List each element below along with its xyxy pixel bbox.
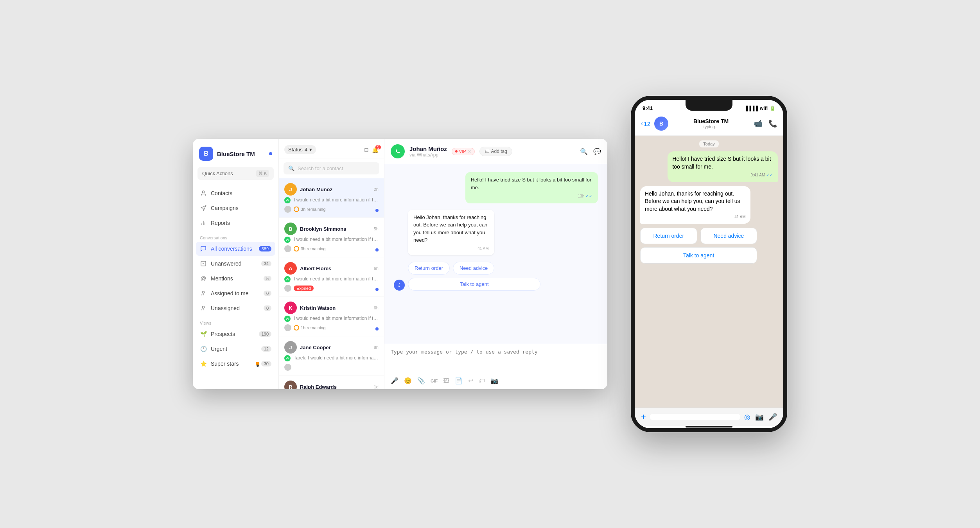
vip-close-icon[interactable]: ✕ [468, 149, 471, 154]
quick-reply-return-order[interactable]: Return order [408, 262, 450, 275]
search-bar[interactable]: 🔍 Search for a contact [284, 162, 379, 174]
conv-name-1: Brooklyn Simmons [300, 226, 346, 232]
conv-avatar-4: J [284, 341, 297, 354]
status-filter[interactable]: Status 4 ▾ [284, 145, 316, 154]
sidebar-item-campaigns[interactable]: Campaigns [196, 201, 275, 215]
iphone-plus-button[interactable]: + [641, 412, 646, 422]
sidebar-item-reports[interactable]: Reports [196, 216, 275, 230]
sidebar-item-urgent[interactable]: 🕐 Urgent 12 [196, 342, 275, 356]
message-container-0: Hello! I have tried size S but it looks … [394, 172, 598, 203]
battery-icon: 🔋 [770, 106, 775, 111]
iphone-typing-status: typing... [704, 124, 719, 129]
sidebar-item-unassigned[interactable]: Unassigned 0 [196, 301, 275, 315]
quick-reply-talk-to-agent[interactable]: Talk to agent [408, 278, 540, 291]
iphone-contact-info: BlueStore TM typing... [672, 118, 750, 129]
back-count: 12 [644, 120, 650, 127]
emoji-icon[interactable]: 😊 [404, 377, 412, 384]
iphone-double-check: ✓✓ [766, 172, 773, 177]
new-conversation-icon[interactable]: 💬 [593, 148, 601, 155]
conv-preview-text-1: I would need a bit more information if t… [294, 237, 379, 242]
conv-item-0[interactable]: J Johan Muñoz 2h W I would need a bit mo… [279, 178, 384, 218]
conv-avatar-2: A [284, 262, 297, 275]
prospects-badge: 190 [259, 331, 271, 337]
add-tag-button[interactable]: 🏷 Add tag [479, 147, 512, 156]
iphone-camera-icon[interactable]: 📷 [755, 413, 764, 421]
file-icon[interactable]: 📄 [455, 377, 463, 384]
unassigned-label: Unassigned [211, 305, 240, 311]
iphone-contact-avatar: B [654, 117, 668, 131]
sidebar-nav: Contacts Campaigns Reports Conversations [193, 185, 278, 373]
chat-contact-name: Johan Muñoz [409, 145, 447, 152]
all-conversations-icon [200, 245, 207, 252]
sidebar: B BlueStore TM Quick Actions ⌘ K Contact… [193, 139, 279, 389]
sidebar-item-assigned[interactable]: Assigned to me 0 [196, 286, 275, 300]
conv-item-2[interactable]: A Albert Flores 6h W I would need a bit … [279, 257, 384, 297]
app-name: BlueStore TM [217, 151, 255, 157]
sidebar-item-prospects[interactable]: 🌱 Prospects 190 [196, 327, 275, 341]
image-icon[interactable]: 🖼 [443, 377, 449, 384]
conv-name-4: Jane Cooper [300, 345, 331, 350]
iphone-message-text-1: Hello Johan, thanks for reaching out. Be… [645, 190, 740, 212]
phone-call-icon[interactable]: 📞 [768, 119, 777, 128]
chat-header: Johan Muñoz via WhatsApp VIP ✕ 🏷 Add tag… [384, 139, 607, 164]
iphone-input-icons: ◎ 📷 🎤 [744, 413, 777, 421]
chat-action-icons: 🔍 💬 [580, 148, 601, 155]
chevron-down-icon: ▾ [309, 147, 312, 153]
iphone-microphone-icon[interactable]: 🎤 [768, 413, 777, 421]
filter-icon[interactable]: ⊟ [364, 147, 369, 153]
iphone-sticker-icon[interactable]: ◎ [744, 413, 750, 421]
sidebar-item-contacts[interactable]: Contacts [196, 186, 275, 200]
app-logo: B [199, 147, 213, 161]
conv-name-2: Albert Flores [300, 266, 331, 271]
iphone-input-field[interactable] [650, 414, 740, 420]
expired-badge: Expired [294, 286, 314, 291]
conv-meta-4 [284, 364, 379, 371]
reply-icon[interactable]: ↩ [468, 377, 473, 384]
svg-point-0 [202, 191, 204, 193]
desktop-app-window: B BlueStore TM Quick Actions ⌘ K Contact… [193, 139, 607, 389]
conv-item-5[interactable]: R Ralph Edwards 1d W Ralph: I would need… [279, 376, 384, 389]
iphone-message-text-0: Hello! I have tried size S but it looks … [672, 156, 771, 170]
attachment-icon[interactable]: 📎 [417, 377, 425, 384]
timer-text-1: 3h remaining [301, 246, 326, 251]
label-icon[interactable]: 🏷 [479, 377, 485, 384]
video-call-icon[interactable]: 📹 [754, 119, 762, 128]
conv-time-1: 5h [374, 226, 379, 231]
conv-item-3[interactable]: K Kristin Watson 6h W I would need a bit… [279, 297, 384, 336]
conv-name-3: Kristin Watson [300, 305, 336, 311]
iphone-qr-return-order[interactable]: Return order [640, 228, 697, 244]
chat-input[interactable] [391, 349, 601, 372]
conv-meta-1: 3h remaining [284, 245, 379, 252]
quick-reply-need-advice[interactable]: Need advice [453, 262, 494, 275]
conv-item-4[interactable]: J Jane Cooper 8h W Tarek: I would need a… [279, 336, 384, 376]
back-button[interactable]: ‹ 12 [641, 120, 650, 127]
iphone-message-sent: Hello! I have tried size S but it looks … [668, 151, 778, 182]
microphone-icon[interactable]: 🎤 [391, 377, 398, 384]
sidebar-item-all-conversations[interactable]: All conversations 389 [196, 242, 275, 256]
iphone-qr-talk-to-agent[interactable]: Talk to agent [640, 247, 757, 264]
iphone-header-actions: 📹 📞 [754, 119, 777, 128]
bell-button[interactable]: 🔔 5 [372, 147, 379, 153]
sidebar-item-unanswered[interactable]: Unanswered 34 [196, 257, 275, 271]
camera-icon[interactable]: 📷 [490, 377, 498, 384]
iphone-mockup: 9:41 ▐▐▐▐ wifi 🔋 ‹ 12 B BlueStore TM typ… [631, 96, 787, 432]
iphone-message-time-1: 41 AM [645, 214, 746, 220]
sidebar-item-superstars[interactable]: ⭐ Super stars ● 30 [196, 357, 275, 371]
search-chat-icon[interactable]: 🔍 [580, 148, 588, 155]
unassigned-badge: 0 [264, 305, 271, 311]
gif-icon[interactable]: GIF [431, 379, 438, 383]
sidebar-item-mentions[interactable]: @ Mentions 5 [196, 271, 275, 286]
agent-avatar-3 [284, 324, 291, 331]
conv-item-1[interactable]: B Brooklyn Simmons 5h W I would need a b… [279, 218, 384, 257]
chat-toolbar: 🎤 😊 📎 GIF 🖼 📄 ↩ 🏷 📷 [391, 374, 601, 384]
campaigns-label: Campaigns [211, 205, 239, 211]
conv-preview-0: W I would need a bit more information if… [284, 197, 379, 203]
vip-dot [455, 150, 458, 153]
iphone-qr-need-advice[interactable]: Need advice [700, 228, 757, 244]
svg-point-8 [202, 306, 204, 308]
quick-actions-button[interactable]: Quick Actions ⌘ K [197, 167, 274, 180]
iphone-time: 9:41 [643, 105, 653, 111]
unread-dot-1 [375, 248, 379, 251]
message-bubble-sent: Hello! I have tried size S but it looks … [465, 172, 598, 203]
whatsapp-icon-2: W [284, 276, 291, 282]
